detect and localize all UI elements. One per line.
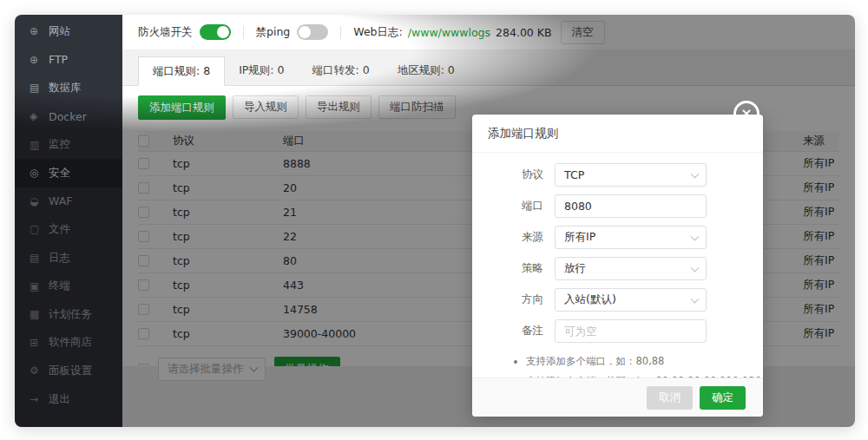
protocol-select-value: TCP [564,168,584,181]
protocol-label: 协议 [500,167,543,182]
modal-title: 添加端口规则 [472,115,763,153]
remark-label: 备注 [500,324,543,338]
direction-select-value: 入站(默认) [564,292,616,307]
port-label: 端口 [500,199,543,213]
source-select[interactable]: 所有IP [555,226,707,249]
source-label: 来源 [500,230,543,245]
modal-form: 协议 TCP 端口 来源 所有IP 策略 放行 [472,153,763,388]
close-icon[interactable]: × [733,101,760,127]
app-window: ⊕网站 ⊕FTP ▤数据库 ◈Docker ▥监控 ◎安全 ◒WAF ▢文件 ▤… [15,15,855,427]
confirm-button[interactable]: 确定 [700,386,746,410]
chevron-down-icon [691,169,700,178]
strategy-label: 策略 [500,261,543,276]
remark-input[interactable] [555,319,707,343]
strategy-select-value: 放行 [564,261,586,276]
modal-footer: 取消 确定 [472,378,763,417]
port-input[interactable] [555,194,707,218]
source-select-value: 所有IP [564,230,595,245]
tip-multiple-ports: 支持添加多个端口，如：80,88 [526,355,763,368]
cancel-button[interactable]: 取消 [647,386,693,410]
protocol-select[interactable]: TCP [555,163,707,187]
strategy-select[interactable]: 放行 [555,257,707,280]
chevron-down-icon [691,232,700,240]
add-port-rule-modal: × 添加端口规则 协议 TCP 端口 来源 所有IP [472,115,763,417]
chevron-down-icon [691,263,700,272]
direction-select[interactable]: 入站(默认) [555,288,707,312]
direction-label: 方向 [500,292,543,307]
chevron-down-icon [691,294,700,303]
